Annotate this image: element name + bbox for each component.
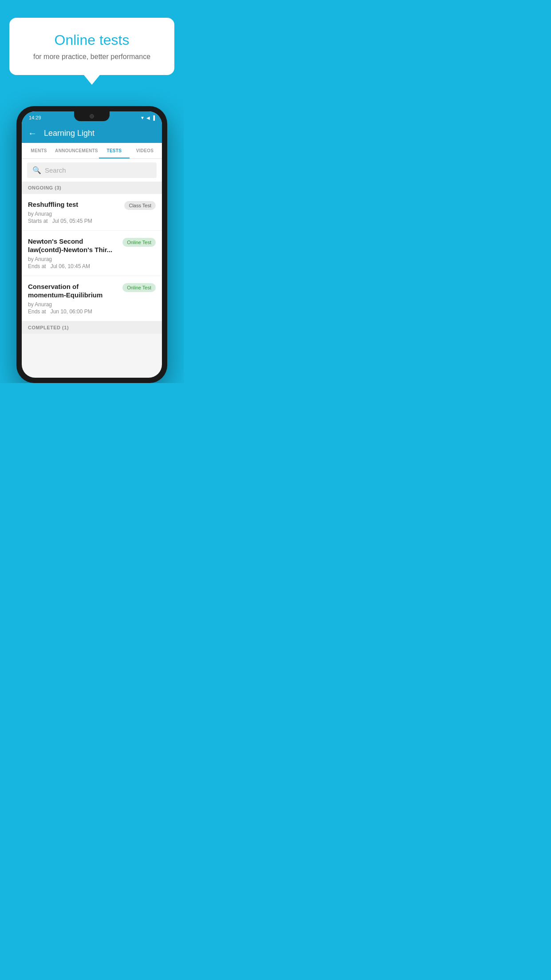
test-name-2: Newton's Second law(contd)-Newton's Thir…: [28, 237, 118, 254]
search-placeholder: Search: [45, 166, 66, 174]
test-date-1: Starts at Jul 05, 05:45 PM: [28, 218, 120, 224]
promo-title: Online tests: [22, 32, 162, 48]
promo-section: Online tests for more practice, better p…: [9, 18, 175, 75]
back-button[interactable]: ←: [28, 128, 37, 138]
test-by-2: by Anurag: [28, 256, 118, 262]
test-info-3: Conservation of momentum-Equilibrium by …: [28, 282, 122, 315]
completed-section-header: COMPLETED (1): [22, 321, 162, 334]
test-name-3: Conservation of momentum-Equilibrium: [28, 282, 118, 300]
tabs-bar: MENTS ANNOUNCEMENTS TESTS VIDEOS: [22, 143, 162, 159]
phone-shell: 14:29 ▼ ◀ ▐ ← Learning Light MENTS ANNOU…: [16, 106, 167, 383]
test-by-1: by Anurag: [28, 211, 120, 217]
test-badge-1: Class Test: [124, 201, 156, 210]
phone-notch: [74, 111, 110, 121]
tab-tests[interactable]: TESTS: [99, 143, 130, 158]
test-item[interactable]: Conservation of momentum-Equilibrium by …: [22, 276, 162, 321]
test-name-1: Reshuffling test: [28, 200, 120, 209]
test-item[interactable]: Reshuffling test by Anurag Starts at Jul…: [22, 194, 162, 231]
test-date-3: Ends at Jun 10, 06:00 PM: [28, 308, 118, 315]
ongoing-section-header: ONGOING (3): [22, 182, 162, 194]
test-item[interactable]: Newton's Second law(contd)-Newton's Thir…: [22, 231, 162, 276]
phone-mockup: 14:29 ▼ ◀ ▐ ← Learning Light MENTS ANNOU…: [16, 106, 167, 383]
test-badge-3: Online Test: [122, 283, 156, 292]
signal-icon: ◀: [146, 115, 150, 120]
test-badge-2: Online Test: [122, 238, 156, 247]
wifi-icon: ▼: [140, 115, 145, 120]
phone-screen: 14:29 ▼ ◀ ▐ ← Learning Light MENTS ANNOU…: [22, 111, 162, 378]
speech-bubble: Online tests for more practice, better p…: [9, 18, 175, 75]
battery-icon: ▐: [152, 115, 155, 120]
tab-ments[interactable]: MENTS: [24, 143, 54, 158]
status-time: 14:29: [29, 115, 41, 120]
phone-camera: [90, 114, 94, 119]
test-date-2: Ends at Jul 06, 10:45 AM: [28, 263, 118, 269]
search-icon: 🔍: [32, 166, 41, 174]
promo-subtitle: for more practice, better performance: [22, 53, 162, 61]
test-info-2: Newton's Second law(contd)-Newton's Thir…: [28, 237, 122, 269]
test-info-1: Reshuffling test by Anurag Starts at Jul…: [28, 200, 124, 224]
tab-announcements[interactable]: ANNOUNCEMENTS: [54, 143, 99, 158]
tab-videos[interactable]: VIDEOS: [130, 143, 160, 158]
test-by-3: by Anurag: [28, 301, 118, 308]
app-title: Learning Light: [44, 129, 94, 138]
search-input-wrap[interactable]: 🔍 Search: [27, 162, 157, 178]
search-container: 🔍 Search: [22, 159, 162, 182]
app-bar: ← Learning Light: [22, 124, 162, 143]
status-icons: ▼ ◀ ▐: [140, 115, 155, 120]
